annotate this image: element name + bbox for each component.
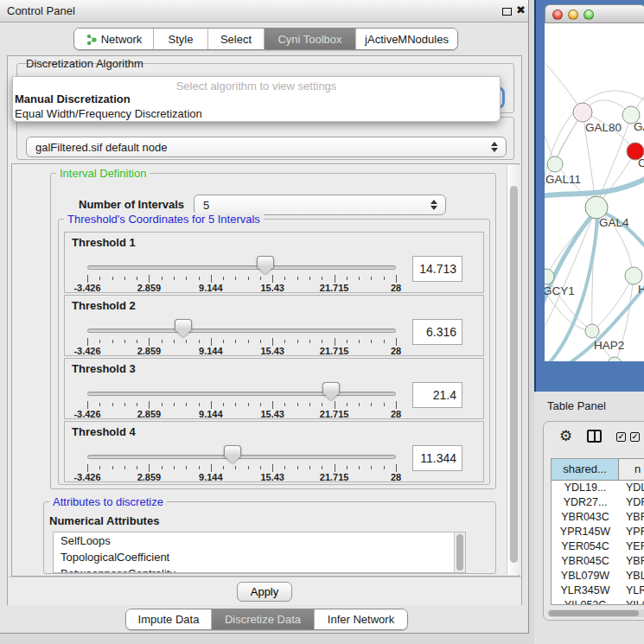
table-row[interactable]: YBR045CYBR0 bbox=[552, 554, 644, 569]
tick-mark bbox=[99, 340, 100, 343]
slider-thumb[interactable] bbox=[322, 382, 340, 400]
tab-discretize-data[interactable]: Discretize Data bbox=[211, 609, 314, 629]
table-row[interactable]: YLR345WYLR3 bbox=[552, 583, 644, 598]
table-row[interactable]: YER054CYER0 bbox=[552, 539, 644, 554]
threshold-slider[interactable]: -3.4262.8599.14415.4321.71528 bbox=[65, 296, 411, 357]
slider-tick-labels: -3.4262.8599.14415.4321.71528 bbox=[87, 346, 396, 356]
slider-thumb[interactable] bbox=[257, 256, 274, 274]
tick-mark bbox=[162, 277, 163, 280]
table-data-combobox[interactable]: galFiltered.sif default node bbox=[26, 137, 507, 157]
slider-thumb[interactable] bbox=[224, 445, 241, 463]
threshold-value-field[interactable]: 6.316 bbox=[412, 319, 462, 345]
threshold-slider[interactable]: -3.4262.8599.14415.4321.71528 bbox=[65, 359, 411, 420]
scrollbar-thumb[interactable] bbox=[549, 610, 639, 616]
cell-shared-name: YER054C bbox=[552, 539, 619, 554]
threshold-slider[interactable]: -3.4262.8599.14415.4321.71528 bbox=[65, 422, 411, 483]
threshold-row: Threshold 1 -3.4262.8599.14415.4321.7152… bbox=[64, 232, 484, 293]
network-node[interactable] bbox=[547, 156, 563, 172]
dropdown-option-equal-width[interactable]: Equal Width/Frequency Discretization bbox=[13, 106, 500, 121]
threshold-value-field[interactable]: 21.4 bbox=[412, 382, 462, 408]
settings-vertical-scrollbar[interactable] bbox=[507, 165, 520, 575]
network-node[interactable] bbox=[585, 324, 599, 338]
slider-tick-labels: -3.4262.8599.14415.4321.71528 bbox=[87, 409, 396, 419]
network-node[interactable] bbox=[573, 103, 592, 122]
table-row[interactable]: YPR145WYPR1 bbox=[552, 525, 644, 539]
stepper-arrows-icon bbox=[430, 200, 437, 210]
table-horizontal-scrollbar[interactable] bbox=[547, 609, 644, 617]
apply-button[interactable]: Apply bbox=[237, 582, 292, 602]
scrollbar-thumb[interactable] bbox=[456, 534, 463, 571]
slider-thumb[interactable] bbox=[175, 319, 192, 337]
slider-track[interactable] bbox=[87, 455, 396, 459]
float-window-icon[interactable] bbox=[502, 8, 512, 16]
slider-track[interactable] bbox=[87, 392, 396, 396]
tick-mark bbox=[248, 340, 249, 343]
tab-network[interactable]: Network bbox=[74, 29, 153, 49]
tab-select[interactable]: Select bbox=[207, 29, 264, 49]
attributes-list-scrollbar[interactable] bbox=[454, 532, 465, 572]
tick-mark bbox=[335, 401, 335, 409]
tab-impute-data[interactable]: Impute Data bbox=[126, 609, 211, 629]
cyni-toolbox-panel: Discretization Algorithm Select algorith… bbox=[7, 55, 522, 605]
tab-jactivemnodules[interactable]: jActiveMNodules bbox=[355, 29, 457, 49]
scrollbar-thumb[interactable] bbox=[510, 186, 518, 563]
tick-mark bbox=[260, 466, 261, 469]
tick-label: 9.144 bbox=[199, 283, 223, 293]
tick-label: 28 bbox=[391, 409, 401, 419]
table-row[interactable]: YBL079WYBL0 bbox=[552, 569, 644, 583]
column-header-shared-name[interactable]: shared... bbox=[552, 459, 619, 480]
attribute-list-item[interactable]: TopologicalCoefficient bbox=[54, 549, 465, 565]
tab-infer-network[interactable]: Infer Network bbox=[314, 609, 407, 629]
table-panel: Table Panel ⚙ ✓ ✓ shared... n YDL19...YD… bbox=[534, 392, 644, 644]
close-traffic-light-icon[interactable] bbox=[552, 10, 563, 20]
network-window-titlebar[interactable] bbox=[545, 4, 644, 23]
slider-ticks bbox=[87, 401, 396, 409]
tick-mark bbox=[211, 275, 212, 283]
tick-mark bbox=[347, 340, 348, 343]
gear-icon[interactable]: ⚙ bbox=[559, 427, 572, 444]
tick-label: 15.43 bbox=[260, 409, 284, 419]
table-row[interactable]: YIL052CYIL0 bbox=[552, 598, 644, 605]
group-title: Threshold's Coordinates for 5 Intervals bbox=[64, 213, 264, 226]
network-node[interactable] bbox=[625, 267, 642, 284]
numerical-attributes-list[interactable]: SelfLoopsTopologicalCoefficientBetweenne… bbox=[53, 532, 466, 573]
checkbox-icon[interactable]: ✓ bbox=[616, 432, 626, 442]
threshold-value-field[interactable]: 14.713 bbox=[412, 256, 462, 282]
network-canvas[interactable]: GAL80GACGAL11GAL4GCY1HHAP2 bbox=[545, 23, 644, 361]
tick-mark bbox=[371, 277, 372, 280]
threshold-row: Threshold 2 -3.4262.8599.14415.4321.7152… bbox=[64, 295, 484, 356]
table-row[interactable]: YBR043CYBR0 bbox=[552, 510, 644, 525]
tick-mark bbox=[186, 466, 187, 469]
table-row[interactable]: YDL19...YDL1 bbox=[552, 481, 644, 495]
threshold-slider[interactable]: -3.4262.8599.14415.4321.71528 bbox=[65, 233, 411, 294]
tick-mark bbox=[235, 340, 236, 343]
tick-mark bbox=[335, 275, 335, 283]
tab-style[interactable]: Style bbox=[153, 29, 207, 49]
table-row[interactable]: YDR27...YDR2 bbox=[552, 495, 644, 510]
tick-mark bbox=[87, 401, 88, 409]
tick-label: 15.43 bbox=[260, 346, 284, 356]
close-icon[interactable]: ✖ bbox=[516, 3, 526, 16]
checkbox-icon[interactable]: ✓ bbox=[630, 432, 640, 442]
tick-mark bbox=[112, 277, 113, 280]
zoom-traffic-light-icon[interactable] bbox=[583, 10, 594, 20]
tick-mark bbox=[297, 403, 298, 406]
tick-mark bbox=[99, 466, 100, 469]
tick-label: 21.715 bbox=[320, 346, 349, 356]
tick-mark bbox=[347, 277, 348, 280]
control-panel-titlebar[interactable]: Control Panel ✖ bbox=[0, 0, 528, 22]
slider-track[interactable] bbox=[87, 328, 396, 333]
slider-track[interactable] bbox=[87, 265, 396, 270]
tick-label: -3.426 bbox=[73, 346, 100, 356]
tick-mark bbox=[124, 466, 125, 469]
attribute-list-item[interactable]: SelfLoops bbox=[54, 532, 465, 549]
dropdown-option-manual[interactable]: Manual Discretization bbox=[13, 92, 500, 106]
minimize-traffic-light-icon[interactable] bbox=[568, 10, 578, 20]
split-columns-icon[interactable] bbox=[587, 430, 602, 443]
tick-label: 21.715 bbox=[320, 283, 349, 293]
threshold-value-field[interactable]: 11.344 bbox=[412, 445, 462, 471]
attribute-list-item[interactable]: BetweennessCentrality bbox=[54, 565, 465, 573]
tab-cyni-toolbox[interactable]: Cyni Toolbox bbox=[264, 29, 355, 49]
stepper-arrows-icon bbox=[491, 142, 498, 152]
column-header-name[interactable]: n bbox=[619, 459, 644, 480]
